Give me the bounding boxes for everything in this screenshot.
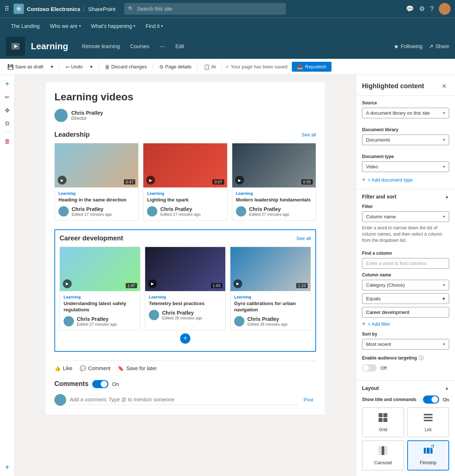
share-icon: ↗	[429, 43, 433, 50]
page-nav-more[interactable]: ···	[154, 37, 170, 56]
page-details-button[interactable]: ⚙ Page details	[156, 62, 195, 71]
filter-value-input[interactable]	[362, 307, 449, 318]
avatar[interactable]	[439, 3, 451, 15]
document-type-label: Document type	[362, 154, 449, 159]
move-tool-button[interactable]: ✥	[1, 104, 13, 116]
find-column-label: Find a column	[362, 251, 449, 256]
show-title-toggle[interactable]	[423, 396, 439, 404]
svg-rect-5	[379, 413, 383, 417]
add-section-top-button[interactable]: +	[1, 78, 13, 90]
main-layout: + ✏ ✥ ⧉ 🗑 + Learning videos Chris Pratle…	[0, 75, 455, 476]
column-name-area: Column name Category (Choice) ▾	[362, 272, 449, 290]
comment-button[interactable]: 💬 Comment	[80, 365, 111, 371]
column-name-dropdown[interactable]: Category (Choice) ▾	[362, 280, 449, 290]
layout-option-grid[interactable]: Grid	[362, 407, 404, 437]
video-info-3: Learning Modern leadership fundamentals …	[232, 187, 316, 220]
video-card-4[interactable]: ▶ 1:47 Learning Understanding latest saf…	[60, 247, 140, 330]
republish-button[interactable]: 📤 Republish	[292, 62, 332, 72]
tool-separator	[3, 132, 12, 133]
filter-sort-header[interactable]: Filter and sort ▲	[356, 189, 455, 204]
add-section-bottom-button[interactable]: +	[1, 461, 13, 473]
svg-rect-14	[385, 446, 387, 455]
brand-name: Contoso Electronics	[27, 6, 80, 12]
nav-item-happening[interactable]: What's happening ▾	[86, 18, 141, 34]
comment-input-row: Post	[54, 394, 316, 406]
chat-icon[interactable]: 💬	[406, 5, 414, 13]
nav-item-who[interactable]: Who we are ▾	[45, 18, 86, 34]
equals-dropdown[interactable]: Equals ▾	[362, 293, 449, 304]
video-thumb-5: ▶ 1:03	[145, 247, 225, 291]
ar-button[interactable]: 📋 Ar	[201, 62, 219, 71]
post-comment-button[interactable]: Post	[301, 396, 316, 404]
career-see-all[interactable]: See all	[296, 236, 311, 241]
filter-sort-collapse-icon: ▲	[445, 194, 449, 199]
waffle-icon[interactable]: ⠿	[4, 5, 9, 13]
panel-close-button[interactable]: ✕	[439, 81, 449, 91]
share-button[interactable]: ↗ Share	[429, 43, 449, 50]
comment-input[interactable]	[70, 394, 297, 405]
search-box[interactable]: 🔍	[124, 3, 286, 15]
document-library-dropdown[interactable]: Documents ▾	[362, 135, 449, 145]
discard-button[interactable]: 🗑 Discard changes	[102, 62, 150, 71]
layout-option-carousel[interactable]: Carousel	[362, 440, 404, 470]
toolbar-separator-4	[197, 62, 198, 71]
nav-item-find[interactable]: Find it ▾	[140, 18, 168, 34]
show-title-label: Show title and commands	[362, 397, 419, 402]
play-button-4[interactable]: ▶	[63, 279, 72, 288]
layout-option-filmstrip[interactable]: Filmstrip	[407, 440, 449, 470]
video-card-2[interactable]: ▶ 0:07 Learning Lighting the spark Chris…	[143, 143, 227, 221]
document-type-dropdown[interactable]: Video ▾	[362, 161, 449, 172]
video-author-3: Chris Pratley	[249, 206, 289, 212]
delete-tool-button[interactable]: 🗑	[1, 136, 13, 147]
settings-icon[interactable]: ⚙	[419, 5, 425, 13]
dropdown-undo-button[interactable]: ▾	[87, 62, 96, 71]
video-card-5[interactable]: ▶ 1:03 Learning Telemetry best practices…	[145, 247, 226, 330]
video-category-1: Learning	[58, 191, 135, 196]
career-section-header: Career development See all	[60, 235, 311, 242]
filter-dropdown[interactable]: Column name ▾	[362, 211, 449, 222]
audience-toggle-switch[interactable]	[362, 364, 377, 372]
play-button-3[interactable]: ▶	[235, 176, 244, 185]
nav-item-landing[interactable]: The Landing	[6, 18, 45, 34]
page-nav-edit[interactable]: Edit	[170, 37, 189, 56]
page-actions: ★ Following ↗ Share	[394, 43, 449, 50]
play-button-5[interactable]: ▶	[148, 279, 157, 288]
copy-tool-button[interactable]: ⧉	[1, 118, 13, 129]
sort-by-dropdown[interactable]: Most recent ▾	[362, 339, 449, 350]
video-card-3[interactable]: ▶ 0:05 Learning Modern leadership fundam…	[232, 143, 316, 221]
layout-header[interactable]: Layout ▲	[356, 381, 455, 396]
layout-option-list[interactable]: List	[407, 407, 449, 437]
document-type-section: Document type Video ▾ + + Add document t…	[356, 150, 455, 189]
svg-rect-15	[424, 448, 426, 454]
play-button-1[interactable]: ▶	[58, 176, 67, 185]
undo-button[interactable]: ↩ Undo	[62, 62, 86, 71]
page-nav-remote[interactable]: Remote learning	[77, 37, 125, 56]
video-card-6[interactable]: ▶ 1:23 Learning Gyro calibrations for ur…	[230, 247, 311, 330]
source-dropdown[interactable]: A document library on this site ▾	[362, 108, 449, 118]
play-button-6[interactable]: ▶	[233, 279, 242, 288]
page-nav-courses[interactable]: Courses	[125, 37, 154, 56]
video-card-1[interactable]: ▶ 0:47 Learning Heading in the same dire…	[54, 143, 139, 221]
comments-toggle-switch[interactable]	[92, 380, 108, 388]
add-filter-icon: +	[362, 321, 365, 327]
sort-by-chevron-icon: ▾	[443, 342, 445, 347]
search-input[interactable]	[137, 6, 282, 12]
save-later-button[interactable]: 🔖 Save for later	[118, 365, 157, 371]
svg-point-2	[441, 11, 449, 15]
add-document-type-button[interactable]: + + Add document type	[362, 175, 449, 185]
dropdown-save-button[interactable]: ▾	[48, 62, 56, 71]
edit-tool-button[interactable]: ✏	[1, 91, 13, 103]
like-label: Like	[63, 365, 72, 371]
find-column-input[interactable]	[362, 258, 449, 269]
filmstrip-layout-icon	[423, 445, 433, 458]
help-icon[interactable]: ?	[430, 5, 434, 13]
add-item-button[interactable]: +	[180, 333, 190, 344]
following-button[interactable]: ★ Following	[394, 43, 423, 50]
like-button[interactable]: 👍 Like	[54, 365, 72, 371]
play-button-2[interactable]: ▶	[146, 176, 155, 185]
author-name: Chris Pratley	[71, 110, 103, 116]
leadership-see-all[interactable]: See all	[301, 132, 316, 137]
save-draft-button[interactable]: 💾 Save as draft	[4, 62, 46, 71]
add-filter-button[interactable]: + + Add filter	[362, 318, 449, 330]
filter-description: Enter a word to narrow down the list of …	[362, 222, 449, 247]
